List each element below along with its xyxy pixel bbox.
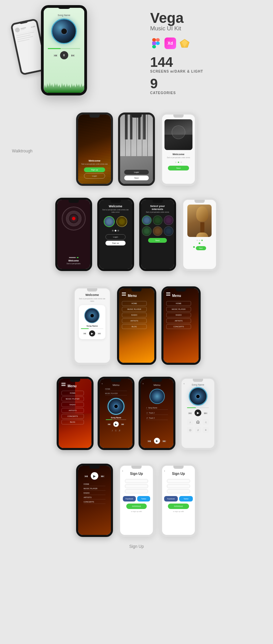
menu-phone-3: Menu HOME MUSIC PLAYER RADIO ARTISTS CON… xyxy=(161,286,201,365)
categories-count: 9 xyxy=(150,76,259,91)
svg-rect-4 xyxy=(152,45,156,48)
walkthrough-phones: Welcome Sed ut perspiciatis unde omnis i… xyxy=(0,109,273,189)
hero-info: Vega Music UI Kit Xd xyxy=(150,11,259,95)
menu1-welcome: Welcome xyxy=(85,293,99,297)
stats-categories: 9 CATEGORIES xyxy=(150,76,259,95)
dark2-login[interactable]: Login xyxy=(105,234,126,240)
light1-next[interactable]: Next xyxy=(196,246,206,250)
su2-input1[interactable] xyxy=(125,479,148,483)
su3-tw[interactable]: Twitter xyxy=(179,496,193,501)
svg-rect-3 xyxy=(156,42,160,45)
hero-section: 4,264 Song Name xyxy=(0,0,273,106)
page-wrapper: 4,264 Song Name xyxy=(0,0,273,561)
menu2-ham[interactable] xyxy=(122,293,126,296)
signup-phones: ⏮ ▶ ⏭ HOME MUSIC PLAYER RADIO ARTISTS CO… xyxy=(0,460,273,547)
bottom-spacer xyxy=(0,554,273,561)
su2-title: Sign Up xyxy=(130,472,143,476)
su2-input2[interactable] xyxy=(125,484,148,488)
menu-row2: Menu HOME MUSIC PLAYER RADIO ARTISTS CON… xyxy=(0,375,273,457)
menu2-phone-4: ‹ Song Name ⏮ ▶ ⏭ ♪ � xyxy=(179,377,216,450)
menu2-phone-1: Menu HOME MUSIC PLAYER RADIO ARTISTS CON… xyxy=(57,377,94,450)
menu2-p2-song: Song Name xyxy=(111,417,121,419)
su3-google[interactable]: GOOGLE xyxy=(168,504,189,509)
svg-rect-2 xyxy=(152,42,156,45)
wt2-login[interactable]: Login xyxy=(124,170,149,175)
dark2-signup[interactable]: Sign up xyxy=(105,241,126,245)
stats-screens: 144 SCREENS w/DARK & LIGHT xyxy=(150,55,259,73)
dark1-title: Welcome xyxy=(68,259,79,262)
menu-phone-2: Menu HOME MUSIC PLAYER RADIO ARTISTS BLO… xyxy=(117,286,156,365)
su2-or: or sign up with xyxy=(131,510,142,512)
su-phone-3: ‹ Sign Up Facebook Twitter GOOGLE or sig… xyxy=(160,464,197,537)
wt3-next[interactable]: Next xyxy=(168,166,189,170)
svg-rect-0 xyxy=(152,38,156,42)
walkthrough-row2: Welcome Sed ut perspiciatis Welcome Sed … xyxy=(0,196,273,280)
dark3-next[interactable]: Next xyxy=(148,238,167,243)
su3-title: Sign Up xyxy=(172,472,185,476)
su2-fb[interactable]: Facebook xyxy=(123,496,136,501)
su3-input1[interactable] xyxy=(167,479,190,483)
walkthrough-label: Walktrough xyxy=(12,149,32,153)
wt2-next[interactable]: Next xyxy=(124,176,149,180)
su-phone-2: ‹ Sign Up Facebook Twitter GOOGLE or sig… xyxy=(118,464,155,537)
svg-rect-1 xyxy=(156,38,160,42)
wt1-signup[interactable]: Sign up xyxy=(84,167,105,172)
wt1-text: Sed ut perspiciatis unde omnis iste xyxy=(78,163,110,165)
wt1-login[interactable]: Login xyxy=(84,173,105,179)
sketch-icon xyxy=(179,38,190,49)
wt-dark-2: Welcome Sed ut perspiciatis unde omnis i… xyxy=(97,198,134,271)
su2-google[interactable]: GOOGLE xyxy=(126,504,147,509)
wt-light-1: Next xyxy=(181,198,218,271)
menu2-p2-menu: Menu xyxy=(113,384,119,387)
menu-phones: Welcome Sed ut perspiciatis unde omnis i… xyxy=(0,283,273,368)
su3-or: or sign up with xyxy=(173,510,184,512)
su3-input2[interactable] xyxy=(167,484,190,488)
wt-phone-2: Login Next xyxy=(118,113,155,186)
su3-fb[interactable]: Facebook xyxy=(164,496,178,501)
menu2-phone-3: ‹ Menu ♪ Song Name ♫ Track 2 ♬ xyxy=(139,377,175,450)
menu2-p4-song: Song Name xyxy=(192,384,204,386)
xd-icon: Xd xyxy=(164,38,176,49)
su3-input3[interactable] xyxy=(167,489,190,493)
signup-section: Sign Up ⏮ ▶ ⏭ HOME MUSIC PLAYER RADIO AR… xyxy=(0,457,273,554)
menu2-phone-2: ‹ Menu HOME MUSIC PLAYER Song Name ⏮ ▶ ⏭ xyxy=(98,377,134,450)
su2-input3[interactable] xyxy=(125,489,148,493)
menu1-song: Song Name xyxy=(81,325,103,327)
screens-label: SCREENS w/DARK & LIGHT xyxy=(150,70,259,73)
menu3-ham[interactable] xyxy=(166,293,170,296)
dark2-title: Welcome xyxy=(109,205,122,208)
wt-phone-1: Welcome Sed ut perspiciatis unde omnis i… xyxy=(76,113,113,186)
walkthrough-section: Walktrough Welcome Sed ut perspiciatis u… xyxy=(0,106,273,196)
hero-phones: 4,264 Song Name xyxy=(14,3,143,102)
figma-icon xyxy=(150,38,162,49)
menu2-p1-title: Menu xyxy=(61,384,76,388)
wt-dark-1: Welcome Sed ut perspiciatis xyxy=(55,198,92,271)
dark3-title: Select yourinterests xyxy=(150,205,165,211)
app-subtitle: Music UI Kit xyxy=(150,25,259,32)
song-name-hero: Song Name xyxy=(58,14,70,16)
wt1-title: Welcome xyxy=(89,159,101,162)
app-title: Vega xyxy=(150,11,259,25)
tools-row: Xd xyxy=(150,38,259,49)
wt3-title: Welcome xyxy=(173,153,185,156)
screens-count: 144 xyxy=(150,55,259,70)
menu-section: Menu Welcome Sed ut perspiciatis unde om… xyxy=(0,280,273,375)
su-phone-1: ⏮ ▶ ⏭ HOME MUSIC PLAYER RADIO ARTISTS CO… xyxy=(76,464,113,537)
su2-tw[interactable]: Twitter xyxy=(137,496,150,501)
signup-label: Sign Up xyxy=(129,544,144,549)
categories-label: CATEGORIES xyxy=(150,91,259,95)
wt-dark-3: Select yourinterests Sed ut perspiciatis… xyxy=(139,198,176,271)
menu-phone-1: Welcome Sed ut perspiciatis unde omnis i… xyxy=(73,286,112,365)
wt-phone-3: Welcome Sed ut perspiciatis unde omnis N… xyxy=(160,113,197,186)
